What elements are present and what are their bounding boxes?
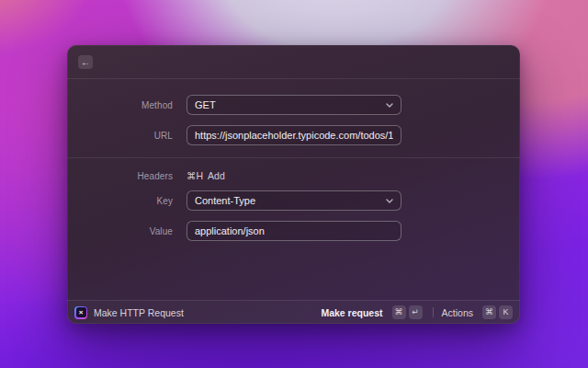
- enter-keycap: ↵: [409, 305, 423, 319]
- action-bar: × Make HTTP Request Make request ⌘ ↵ Act…: [67, 300, 520, 324]
- cmd-keycap: ⌘: [482, 305, 496, 319]
- chevron-down-icon: [386, 199, 393, 203]
- extension-title: Make HTTP Request: [94, 307, 184, 318]
- raycast-window: ← Method GET URL https://jsonplaceholder…: [67, 45, 520, 324]
- method-label: Method: [67, 100, 173, 110]
- add-header-action[interactable]: ⌘HAdd: [187, 170, 225, 181]
- chevron-down-icon: [386, 103, 393, 108]
- url-label: URL: [67, 131, 173, 141]
- header-value-input[interactable]: application/json: [187, 221, 401, 241]
- back-button[interactable]: ←: [78, 55, 93, 69]
- url-input[interactable]: https://jsonplaceholder.typicode.com/tod…: [187, 125, 401, 145]
- form-content: Method GET URL https://jsonplaceholder.t…: [67, 79, 520, 300]
- value-label: Value: [67, 226, 173, 236]
- extension-chip: × Make HTTP Request: [74, 306, 184, 319]
- cmd-keycap: ⌘: [392, 305, 406, 319]
- key-row: Key Content-Type: [67, 190, 520, 211]
- method-row: Method GET: [67, 95, 520, 115]
- url-row: URL https://jsonplaceholder.typicode.com…: [67, 125, 520, 145]
- key-value: Content-Type: [195, 195, 380, 206]
- back-arrow-icon: ←: [81, 57, 90, 67]
- value-row: Value application/json: [67, 221, 520, 241]
- header-key-dropdown[interactable]: Content-Type: [187, 190, 401, 211]
- headers-label: Headers: [67, 171, 173, 181]
- value-value: application/json: [195, 225, 393, 236]
- actions-button[interactable]: Actions: [442, 307, 473, 318]
- window-header: ←: [67, 45, 520, 79]
- key-label: Key: [67, 196, 173, 206]
- footer-divider: [433, 307, 434, 317]
- section-divider: [67, 157, 520, 158]
- url-value: https://jsonplaceholder.typicode.com/tod…: [195, 130, 393, 141]
- extension-icon: ×: [74, 306, 87, 319]
- add-label: Add: [208, 170, 225, 181]
- make-request-button[interactable]: Make request: [321, 307, 382, 318]
- footer-actions: Make request ⌘ ↵ Actions ⌘ K: [321, 305, 513, 319]
- x-glyph-icon: ×: [76, 307, 86, 317]
- headers-row: Headers ⌘HAdd: [67, 170, 520, 181]
- cmd-h-shortcut: ⌘H: [187, 170, 203, 181]
- k-keycap: K: [499, 305, 513, 319]
- method-dropdown[interactable]: GET: [187, 95, 401, 115]
- method-value: GET: [195, 99, 380, 110]
